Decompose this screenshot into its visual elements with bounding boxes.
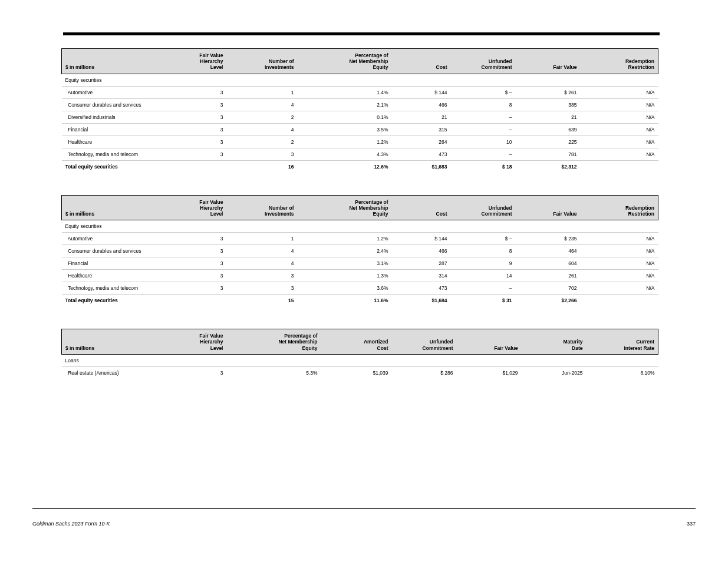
cell: 3 [227, 282, 298, 295]
cell: $ 31 [451, 295, 516, 307]
th: MaturityDate [522, 329, 587, 355]
cell: 3 [227, 270, 298, 282]
cell: $ 18 [451, 160, 516, 173]
tbody-loans: Loans Real estate (Americas)35.3%$1,039$… [62, 354, 658, 379]
cell: 1 [227, 233, 298, 245]
section-loans: $ in millions Fair ValueHierarchyLevel P… [62, 329, 669, 379]
th: Percentage ofNet MembershipEquity [227, 329, 321, 355]
cell: 3.1% [298, 257, 392, 270]
cell: Technology, media and telecom [62, 282, 162, 295]
table-row: Consumer durables and services342.1%4668… [62, 98, 658, 111]
th-metric: $ in millions [62, 329, 162, 355]
cell [587, 354, 658, 366]
cell: 2.1% [298, 98, 392, 111]
cell: 639 [516, 123, 581, 135]
cell: 1 [227, 86, 298, 98]
cell: Financial [62, 257, 162, 270]
cell: N/A [581, 282, 658, 295]
cell: 2 [227, 111, 298, 123]
cell: 3 [162, 111, 227, 123]
table-header-row: $ in millions Fair ValueHierarchyLevel N… [62, 49, 658, 74]
cell: 4 [227, 257, 298, 270]
cell: $1,683 [392, 160, 451, 173]
cell: 1.2% [298, 233, 392, 245]
cell [522, 354, 587, 366]
cell [227, 74, 298, 86]
cell: N/A [581, 111, 658, 123]
cell: 3 [162, 98, 227, 111]
th: Fair Value [516, 49, 581, 74]
cell: 3 [162, 86, 227, 98]
cell: – [451, 123, 516, 135]
th: Number ofInvestments [227, 195, 298, 220]
th: RedemptionRestriction [581, 195, 658, 220]
cell: 3.6% [298, 282, 392, 295]
cell: 314 [392, 270, 451, 282]
table-row: Total equity securities1511.6%$1,684$ 31… [62, 295, 658, 307]
th: Percentage ofNet MembershipEquity [298, 195, 392, 220]
footer-left: Goldman Sachs 2023 Form 10-K [32, 521, 110, 527]
section-2023: $ in millions Fair ValueHierarchyLevel N… [62, 48, 669, 173]
cell: Loans [62, 354, 162, 366]
cell: 3 [162, 123, 227, 135]
cell: Equity securities [62, 74, 162, 86]
cell [581, 220, 658, 233]
cell: 3.5% [298, 123, 392, 135]
cell: $ – [451, 233, 516, 245]
cell: 466 [392, 98, 451, 111]
bottom-rule [32, 508, 696, 509]
table-row: Technology, media and telecom333.6%473–7… [62, 282, 658, 295]
th-metric: $ in millions [62, 49, 162, 74]
cell: Automotive [62, 86, 162, 98]
top-rule [63, 32, 660, 35]
cell: N/A [581, 148, 658, 160]
cell: 8 [451, 98, 516, 111]
cell: $ – [451, 86, 516, 98]
table-row: Automotive311.4%$ 144$ –$ 261N/A [62, 86, 658, 98]
table-2022: $ in millions Fair ValueHierarchyLevel N… [61, 195, 658, 307]
cell: $ 235 [516, 233, 581, 245]
cell: – [451, 148, 516, 160]
cell: $ 144 [392, 233, 451, 245]
table-row: Consumer durables and services342.4%4668… [62, 245, 658, 257]
cell [392, 74, 451, 86]
cell: N/A [581, 233, 658, 245]
table-row: Technology, media and telecom334.3%473–7… [62, 148, 658, 160]
cell [298, 74, 392, 86]
table-header-row: $ in millions Fair ValueHierarchyLevel P… [62, 329, 658, 355]
table-row: Automotive311.2%$ 144$ –$ 235N/A [62, 233, 658, 245]
cell: N/A [581, 257, 658, 270]
cell: 1.2% [298, 135, 392, 148]
cell: 3 [162, 257, 227, 270]
tbody-2023: Equity securities Automotive311.4%$ 144$… [62, 74, 658, 173]
cell: Equity securities [62, 220, 162, 233]
cell: 702 [516, 282, 581, 295]
cell: 3 [162, 270, 227, 282]
cell [162, 295, 227, 307]
cell: $ 144 [392, 86, 451, 98]
cell: 21 [516, 111, 581, 123]
cell: 604 [516, 257, 581, 270]
cell: Diversified industrials [62, 111, 162, 123]
cell: 10 [451, 135, 516, 148]
cell: 4 [227, 245, 298, 257]
cell: 4.3% [298, 148, 392, 160]
th: Fair Value [457, 329, 522, 355]
th-metric: $ in millions [62, 195, 162, 220]
cell [451, 74, 516, 86]
cell [581, 160, 658, 173]
cell: Financial [62, 123, 162, 135]
cell: 3 [162, 245, 227, 257]
cell: $ 261 [516, 86, 581, 98]
th: UnfundedCommitment [392, 329, 457, 355]
section-2022: $ in millions Fair ValueHierarchyLevel N… [62, 195, 669, 307]
cell: 385 [516, 98, 581, 111]
cell: 14 [451, 270, 516, 282]
th: Fair ValueHierarchyLevel [162, 329, 227, 355]
table-row: Equity securities [62, 74, 658, 86]
cell: $1,039 [321, 366, 392, 379]
cell: 5.3% [227, 366, 321, 379]
cell [162, 354, 227, 366]
cell: 15 [227, 295, 298, 307]
cell: 4 [227, 98, 298, 111]
